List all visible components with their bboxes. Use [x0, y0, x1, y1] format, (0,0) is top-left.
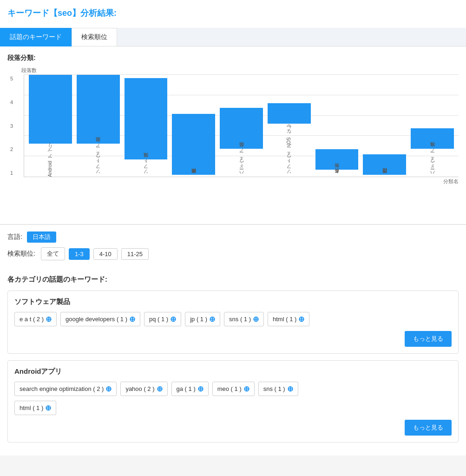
more-btn-android[interactable]: もっと見る	[405, 420, 452, 436]
bar-item-6: 長所と短所	[315, 75, 359, 177]
bar-8	[411, 128, 454, 149]
keyword-tag-software-4: sns ( 1 )⊕	[224, 312, 264, 326]
keyword-tag-android-1: yahoo ( 2 )⊕	[120, 382, 167, 396]
keyword-tag-text-android-3: meo ( 1 )	[217, 385, 242, 392]
y-tick-1: 1	[10, 170, 13, 176]
keywords-section-title: 各カテゴリの話題のキーワード:	[7, 275, 459, 284]
page-header: キーワード【seo】分析結果:	[0, 0, 466, 26]
keyword-tag-text-software-5: html ( 1 )	[273, 316, 296, 323]
y-tick-4: 4	[10, 99, 13, 105]
chart-grid: 1 2 3 4 5 Androidアプリソフトウェア製品ソフト知識動作原理ハード…	[24, 75, 459, 177]
bar-label-2: ソフト知識	[143, 161, 149, 177]
chart-section: 段落分類: 段落数 1 2 3 4 5 Androidアプリソフトウェア	[0, 46, 466, 222]
keyword-tag-software-2: pq ( 1 )⊕	[144, 312, 181, 326]
bar-7	[363, 154, 406, 175]
keyword-tag-text-android-4: sns ( 1 )	[263, 385, 285, 392]
y-tick-3: 3	[10, 123, 13, 129]
keyword-tag-text-android-2: ga ( 1 )	[177, 385, 196, 392]
plus-icon-software-0[interactable]: ⊕	[46, 315, 52, 324]
keyword-tag-android-2: ga ( 1 )⊕	[171, 382, 209, 396]
bars-container: Androidアプリソフトウェア製品ソフト知識動作原理ハードウェア製品ソフトウェ…	[24, 75, 459, 177]
bar-2	[125, 78, 168, 159]
keyword-tag-text-software-2: pq ( 1 )	[149, 316, 168, 323]
x-axis-label: 分類名	[24, 178, 459, 185]
lang-label: 言語:	[7, 233, 22, 241]
keyword-tag-android-3: meo ( 1 )⊕	[212, 382, 255, 396]
page-title: キーワード【seo】分析結果:	[7, 7, 459, 19]
bar-1	[77, 75, 120, 144]
keyword-tag-software-5: html ( 1 )⊕	[268, 312, 309, 326]
bar-item-8: ハードウェア知識	[411, 75, 454, 177]
plus-icon-software-4[interactable]: ⊕	[253, 315, 259, 324]
keyword-tag-android-0: search engine optimization ( 2 )⊕	[14, 382, 117, 396]
bar-6	[315, 149, 359, 170]
bar-label-4: ハードウェア製品	[238, 151, 245, 177]
keyword-tag-software-0: e a t ( 2 )⊕	[14, 312, 57, 326]
keyword-tag-android-extra-0: html ( 1 )⊕	[14, 401, 56, 415]
bar-4	[220, 108, 263, 149]
bar-5	[268, 103, 311, 124]
keyword-tag-software-3: jp ( 1 )⊕	[185, 312, 220, 326]
category-title-software: ソフトウェア製品	[14, 298, 452, 306]
keyword-tag-text-android-0: search engine optimization ( 2 )	[20, 385, 104, 392]
bar-label-8: ハードウェア知識	[429, 151, 436, 177]
plus-icon-software-3[interactable]: ⊕	[209, 315, 215, 324]
tab-rank[interactable]: 検索順位	[72, 28, 117, 46]
y-tick-5: 5	[10, 76, 13, 81]
keyword-tag-text-android-extra-0: html ( 1 )	[20, 404, 43, 411]
bar-item-0: Androidアプリ	[29, 75, 72, 177]
plus-icon-android-1[interactable]: ⊕	[157, 384, 163, 393]
keyword-tags-android: search engine optimization ( 2 )⊕yahoo (…	[14, 382, 452, 396]
keyword-tags-android-extra: html ( 1 )⊕	[14, 401, 452, 415]
bar-label-1: ソフトウェア製品	[95, 145, 101, 177]
tab-trending[interactable]: 話題のキーワード	[0, 28, 72, 46]
lang-badge[interactable]: 日本語	[27, 231, 56, 243]
rank-1-3-btn[interactable]: 1-3	[69, 248, 90, 260]
bar-item-1: ソフトウェア製品	[77, 75, 120, 177]
bar-label-6: 長所と短所	[334, 172, 340, 177]
keyword-tag-text-android-1: yahoo ( 2 )	[125, 385, 154, 392]
rank-all-btn[interactable]: 全て	[41, 247, 65, 260]
plus-icon-software-5[interactable]: ⊕	[298, 315, 304, 324]
bar-item-3: 動作原理	[172, 75, 215, 177]
keyword-tag-text-software-4: sns ( 1 )	[229, 316, 251, 323]
rank-label: 検索順位:	[7, 250, 35, 258]
keyword-tag-text-software-1: google developers ( 1 )	[66, 316, 127, 323]
bar-3	[172, 114, 215, 175]
plus-icon-android-extra-0[interactable]: ⊕	[45, 403, 51, 412]
plus-icon-android-0[interactable]: ⊕	[105, 384, 112, 393]
chart-title: 段落分類:	[7, 54, 459, 62]
bar-0	[29, 75, 72, 144]
category-card-android: Androidアプリ search engine optimization ( …	[7, 360, 459, 443]
keyword-tag-text-software-3: jp ( 1 )	[190, 316, 207, 323]
category-title-android: Androidアプリ	[14, 367, 452, 376]
rank-11-25-btn[interactable]: 11-25	[121, 248, 149, 260]
plus-icon-software-2[interactable]: ⊕	[170, 315, 176, 324]
tabs-bar: 話題のキーワード 検索順位	[0, 28, 466, 46]
bar-item-2: ソフト知識	[125, 75, 168, 177]
plus-icon-android-3[interactable]: ⊕	[243, 384, 249, 393]
plus-icon-android-4[interactable]: ⊕	[287, 384, 293, 393]
bar-label-0: Androidアプリ	[47, 145, 53, 177]
keyword-tag-text-software-0: e a t ( 2 )	[20, 316, 44, 323]
bar-item-4: ハードウェア製品	[220, 75, 263, 177]
filter-section: 言語: 日本語 検索順位: 全て 1-3 4-10 11-25	[0, 225, 466, 267]
y-tick-2: 2	[10, 146, 13, 152]
bar-item-5: ソフトウェア(OSなし)	[268, 75, 311, 177]
y-axis-label: 段落数	[21, 67, 459, 74]
keywords-section: 各カテゴリの話題のキーワード: ソフトウェア製品 e a t ( 2 )⊕goo…	[0, 269, 466, 456]
bar-item-7: 専門用語	[363, 75, 406, 177]
keyword-tag-software-1: google developers ( 1 )⊕	[60, 312, 140, 326]
rank-4-10-btn[interactable]: 4-10	[93, 248, 118, 260]
plus-icon-android-2[interactable]: ⊕	[197, 384, 203, 393]
plus-icon-software-1[interactable]: ⊕	[129, 315, 135, 324]
category-card-software: ソフトウェア製品 e a t ( 2 )⊕google developers (…	[7, 291, 459, 354]
keyword-tags-software: e a t ( 2 )⊕google developers ( 1 )⊕pq (…	[14, 312, 452, 326]
bar-label-5: ソフトウェア(OSなし)	[286, 126, 292, 177]
more-btn-software[interactable]: もっと見る	[405, 331, 452, 347]
keyword-tag-android-4: sns ( 1 )⊕	[258, 382, 298, 396]
